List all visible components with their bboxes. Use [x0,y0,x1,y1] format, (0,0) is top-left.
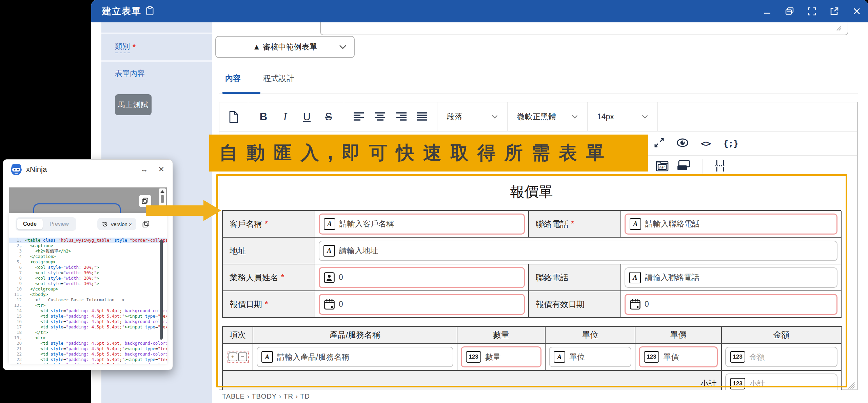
code-line: 7 <col style="width: 30%;"> [9,270,167,276]
font-size-select[interactable]: 14px [588,102,658,131]
add-row-button[interactable]: + [229,352,237,361]
row-add-remove-group: + − [227,351,249,363]
underline-button[interactable]: U [301,111,313,123]
element-path-breadcrumb[interactable]: TABLE › TBODY › TR › TD [222,392,310,400]
xninja-popup: xNinja ↔ ✕ Code Preview [3,159,173,370]
minimize-button[interactable] [763,7,772,16]
tab-content[interactable]: 內容 [225,73,241,84]
contact-phone2-input[interactable]: A 請輸入聯絡電話 [625,267,837,288]
line-number: 2⌄ [9,243,25,248]
table-column-icon[interactable] [715,159,725,174]
toolbar-spacer [658,102,857,131]
chevron-down-icon [572,115,578,119]
line-number: 4 [9,254,25,259]
line-number: 12 [9,297,25,303]
unit-input[interactable]: A 單位 [549,347,631,367]
source-code-button[interactable]: <> [701,139,711,148]
bold-button[interactable]: B [258,111,269,123]
sidebar-item-category[interactable]: 類別 * [101,34,212,62]
line-number: 19⌄ [9,335,25,341]
scrollbar-thumb[interactable] [161,195,164,203]
line-number: 24 [9,362,25,364]
table-cell: 0 [315,264,529,291]
close-button[interactable] [852,7,861,16]
code-sample-button[interactable]: {;} [723,139,738,148]
required-asterisk: * [133,43,136,52]
popup-header[interactable]: xNinja ↔ ✕ [3,160,173,179]
form-name-input-partial[interactable] [320,22,848,35]
subtotal-input[interactable]: 123 小計 [725,374,837,390]
open-external-button[interactable] [830,7,839,16]
toolbar-separator [703,159,703,174]
quantity-input[interactable]: 123 數量 [461,346,541,367]
preview-eye-icon[interactable] [676,138,689,148]
line-number: 6 [9,265,25,270]
remove-row-button[interactable]: − [238,352,247,361]
desktop: 建立表單 [0,0,868,403]
fullscreen-editor-icon[interactable] [654,138,664,149]
align-left-icon[interactable] [354,112,364,122]
line-number: 11⌄ [9,292,25,297]
text-field-icon: A [324,218,335,230]
promo-banner: 自動匯入,即可快速取得所需表單 [209,135,648,172]
quote-date-input[interactable]: 0 [319,294,525,315]
line-number: 23 [9,357,25,362]
font-family-value: 微軟正黑體 [517,112,556,122]
toggle-preview[interactable]: Preview [43,219,75,229]
code-line: 12 <!-- Customer Basic Information --> [9,297,167,303]
new-document-button[interactable] [219,102,248,131]
xninja-logo-icon [10,163,23,176]
version-button[interactable]: Version 2 [97,218,137,230]
column-header: 數量 [457,327,546,344]
font-family-select[interactable]: 微軟正黑體 [508,102,588,131]
tab-code-design[interactable]: 程式設計 [263,73,294,84]
line-number: 7 [9,270,25,276]
address-input[interactable]: A 請輸入地址 [319,241,837,261]
popup-resize-icon[interactable]: ↔ [141,165,148,174]
align-justify-icon[interactable] [417,112,428,122]
scroll-up-arrow-icon[interactable] [160,190,164,193]
popup-close-icon[interactable]: ✕ [158,165,164,174]
category-label[interactable]: 類別 [115,41,130,53]
copy-code-button[interactable] [142,221,150,228]
quote-valid-date-input[interactable]: 0 [625,294,837,315]
text-field-icon: A [630,218,641,230]
strikethrough-button[interactable]: S [323,111,334,123]
toggle-code[interactable]: Code [17,219,43,229]
titlebar[interactable]: 建立表單 [91,0,868,22]
customer-name-input[interactable]: A 請輸入客戶名稱 [319,214,525,235]
amount-input[interactable]: 123 金額 [725,347,837,367]
code-line: 15 <td style="padding: 4.5pt 5.4pt;"><in… [9,314,167,319]
category-dropdown[interactable]: ▲ 審核中範例表單 [215,36,355,58]
italic-button[interactable]: I [279,111,291,123]
sidebar-item-form-content[interactable]: 表單內容 [101,62,212,87]
code-editor[interactable]: 1⌄<table class="hplus_wysiwyg_table" sty… [9,238,167,364]
table-cell: 0 [315,291,529,318]
form-content-label[interactable]: 表單內容 [115,68,145,80]
resize-grip-icon[interactable] [835,24,842,33]
sales-person-input[interactable]: 0 [319,267,525,288]
code-scrollbar-thumb[interactable] [160,240,163,340]
customer-info-table: 客戶名稱* A 請輸入客戶名稱 聯絡電話* A 請輸入聯絡電話 地址 A 請輸入… [222,210,841,318]
test-now-button[interactable]: 馬上測試 [115,94,152,115]
number-field-icon: 123 [730,378,745,389]
pointer-arrow [146,205,204,216]
align-center-icon[interactable] [375,112,386,122]
code-line: 24 <td style="padding: 4.5pt 5.4pt; back… [9,362,167,364]
code-line: 20 <td style="padding: 4.5pt 5.4pt; back… [9,341,167,346]
product-name-input[interactable]: A 請輸入產品/服務名稱 [257,347,453,367]
resize-grip-icon[interactable] [847,381,855,390]
items-table: 項次 產品/服務名稱 數量 單位 單價 金額 + − A 請輸入產品/服務名稱 [222,326,842,390]
field-label: 地址 [223,238,315,264]
code-line: 6 <col style="width: 20%;"> [9,265,167,270]
ap-folder-icon[interactable]: AP [656,160,669,173]
clipboard-icon[interactable] [146,6,154,17]
print-card-icon[interactable] [677,160,690,173]
svg-text:AP: AP [659,165,665,169]
paragraph-select[interactable]: 段落 [437,102,508,131]
restore-window-button[interactable] [785,7,794,16]
fullscreen-button[interactable] [807,7,816,16]
unit-price-input[interactable]: 123 單價 [639,346,718,367]
align-right-icon[interactable] [396,112,407,122]
contact-phone-input[interactable]: A 請輸入聯絡電話 [625,214,837,235]
